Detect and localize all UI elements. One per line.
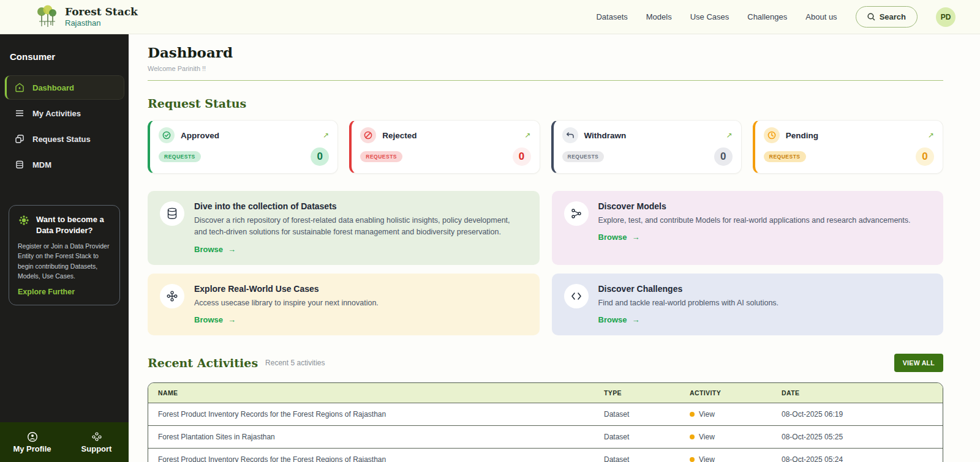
table-row[interactable]: Forest Plantation Sites in Rajasthan Dat… bbox=[148, 425, 943, 448]
support-people-icon bbox=[91, 431, 103, 442]
table-row[interactable]: Forest Product Inventory Records for the… bbox=[148, 403, 943, 425]
browse-models-link[interactable]: Browse → bbox=[598, 233, 640, 242]
provider-card-title: Want to become a Data Provider? bbox=[36, 214, 111, 236]
user-avatar[interactable]: PD bbox=[936, 7, 956, 27]
nav-datasets[interactable]: Datasets bbox=[596, 12, 627, 21]
my-profile-button[interactable]: My Profile bbox=[0, 422, 64, 462]
activity-date: 08-Oct-2025 05:25 bbox=[782, 426, 933, 448]
feature-description: Find and tackle real-world problems with… bbox=[598, 297, 779, 309]
welcome-text: Welcome Parinith !! bbox=[148, 65, 943, 72]
pending-clock-icon bbox=[764, 127, 780, 143]
activity-status-dot bbox=[690, 434, 695, 439]
sidebar-footer: My Profile Support bbox=[0, 422, 129, 462]
activity-label: View bbox=[699, 433, 715, 441]
forest-trees-logo-icon bbox=[34, 4, 59, 30]
activity-type: Dataset bbox=[604, 449, 690, 462]
activity-cell: View bbox=[690, 403, 782, 425]
logo[interactable]: Forest Stack Rajasthan bbox=[34, 4, 138, 30]
activity-cell: View bbox=[690, 449, 782, 462]
challenges-card: Discover Challenges Find and tackle real… bbox=[552, 274, 944, 335]
sidebar-item-mdm[interactable]: MDM bbox=[5, 153, 124, 176]
sidebar-item-label: Dashboard bbox=[32, 83, 74, 92]
status-card-approved[interactable]: Approved ↗ REQUESTS 0 bbox=[148, 120, 338, 174]
sidebar-item-label: Request Status bbox=[32, 135, 91, 144]
app-header: Forest Stack Rajasthan Datasets Models U… bbox=[0, 0, 980, 34]
withdrawn-undo-icon bbox=[562, 127, 578, 143]
database-icon bbox=[14, 159, 25, 170]
activity-cell: View bbox=[690, 426, 782, 448]
search-button[interactable]: Search bbox=[856, 6, 918, 28]
browse-datasets-link[interactable]: Browse → bbox=[194, 245, 236, 254]
arrow-right-icon: → bbox=[228, 245, 236, 254]
sidebar-item-label: MDM bbox=[32, 160, 51, 170]
nav-use-cases[interactable]: Use Cases bbox=[690, 12, 729, 21]
requests-badge: REQUESTS bbox=[562, 151, 605, 162]
divider bbox=[148, 80, 943, 81]
activity-type: Dataset bbox=[604, 426, 690, 448]
status-card-label: Withdrawn bbox=[584, 131, 627, 140]
column-name: NAME bbox=[158, 383, 604, 403]
explore-further-link[interactable]: Explore Further bbox=[18, 288, 111, 296]
activity-name: Forest Plantation Sites in Rajasthan bbox=[158, 426, 604, 448]
activity-date: 08-Oct-2025 06:19 bbox=[782, 403, 933, 425]
copy-icon bbox=[14, 133, 25, 144]
status-card-label: Approved bbox=[181, 131, 219, 140]
sidebar-item-dashboard[interactable]: Dashboard bbox=[5, 76, 124, 99]
feature-title: Discover Models bbox=[598, 201, 911, 211]
status-card-rejected[interactable]: Rejected ↗ REQUESTS 0 bbox=[349, 120, 540, 174]
recent-activities-heading: Recent Activities bbox=[148, 356, 258, 370]
requests-badge: REQUESTS bbox=[159, 151, 201, 162]
browse-use-cases-link[interactable]: Browse → bbox=[194, 315, 236, 324]
activity-label: View bbox=[699, 410, 715, 419]
activity-status-dot bbox=[690, 412, 695, 417]
feature-title: Explore Real-World Use Cases bbox=[194, 284, 379, 294]
request-count: 0 bbox=[714, 147, 733, 166]
request-count: 0 bbox=[513, 147, 531, 166]
app-subtitle: Rajasthan bbox=[65, 18, 138, 28]
datasets-card: Dive into the collection of Datasets Dis… bbox=[148, 191, 540, 265]
view-all-button[interactable]: VIEW ALL bbox=[894, 354, 943, 372]
request-status-cards: Approved ↗ REQUESTS 0 Rejected ↗ bbox=[148, 120, 943, 174]
sidebar-menu: Dashboard My Activities Request Status M… bbox=[0, 75, 129, 177]
feature-description: Access usecase library to inspire your n… bbox=[194, 297, 379, 309]
nav-challenges[interactable]: Challenges bbox=[747, 12, 787, 21]
sidebar-item-request-status[interactable]: Request Status bbox=[5, 127, 124, 151]
table-header-row: NAME TYPE ACTIVITY DATE bbox=[148, 383, 943, 403]
provider-card-body: Register or Join a Data Provider Entity … bbox=[18, 241, 111, 281]
feature-cards: Dive into the collection of Datasets Dis… bbox=[148, 191, 943, 335]
list-icon bbox=[14, 108, 25, 119]
open-arrow-icon[interactable]: ↗ bbox=[323, 131, 329, 140]
my-profile-label: My Profile bbox=[13, 444, 51, 453]
activity-label: View bbox=[699, 455, 715, 462]
approved-check-icon bbox=[159, 127, 175, 143]
status-card-label: Pending bbox=[786, 131, 818, 140]
profile-icon bbox=[27, 431, 38, 442]
status-card-pending[interactable]: Pending ↗ REQUESTS 0 bbox=[753, 120, 943, 174]
use-cases-card: Explore Real-World Use Cases Access usec… bbox=[148, 274, 540, 335]
table-row[interactable]: Forest Product Inventory Records for the… bbox=[148, 448, 943, 462]
sidebar-item-label: My Activities bbox=[32, 109, 81, 118]
home-icon bbox=[14, 82, 25, 93]
nav-models[interactable]: Models bbox=[646, 12, 672, 21]
feature-description: Discover a rich repository of forest-rel… bbox=[194, 215, 513, 239]
sidebar-item-my-activities[interactable]: My Activities bbox=[5, 102, 124, 125]
browse-label: Browse bbox=[598, 233, 627, 242]
support-button[interactable]: Support bbox=[64, 422, 129, 462]
browse-challenges-link[interactable]: Browse → bbox=[598, 315, 640, 324]
top-nav: Datasets Models Use Cases Challenges Abo… bbox=[596, 6, 956, 28]
open-arrow-icon[interactable]: ↗ bbox=[524, 131, 530, 140]
nav-about-us[interactable]: About us bbox=[805, 12, 837, 21]
use-cases-icon bbox=[160, 284, 184, 308]
open-arrow-icon[interactable]: ↗ bbox=[928, 131, 934, 140]
status-card-withdrawn[interactable]: Withdrawn ↗ REQUESTS 0 bbox=[551, 120, 742, 174]
activity-status-dot bbox=[690, 457, 695, 462]
feature-title: Discover Challenges bbox=[598, 284, 779, 294]
requests-badge: REQUESTS bbox=[764, 151, 806, 162]
recent-activities-table: NAME TYPE ACTIVITY DATE Forest Product I… bbox=[148, 382, 943, 462]
support-label: Support bbox=[81, 444, 112, 453]
column-type: TYPE bbox=[604, 383, 690, 403]
column-date: DATE bbox=[782, 383, 933, 403]
request-count: 0 bbox=[311, 147, 329, 166]
open-arrow-icon[interactable]: ↗ bbox=[726, 131, 733, 140]
models-network-icon bbox=[564, 201, 589, 226]
